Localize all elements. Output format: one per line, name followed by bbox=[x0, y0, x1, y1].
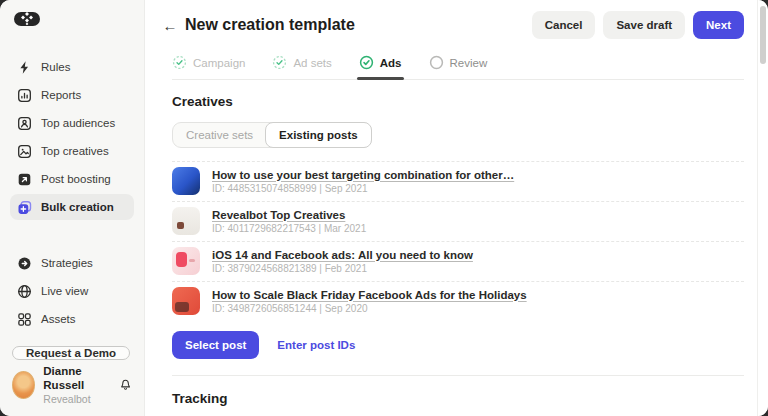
post-title-link[interactable]: How to use your best targeting combinati… bbox=[212, 169, 514, 181]
enter-post-ids-link[interactable]: Enter post IDs bbox=[277, 339, 355, 351]
step-active-check-icon bbox=[359, 55, 374, 70]
user-name: Dianne Russell bbox=[43, 364, 111, 393]
sidebar-item-bulk-creation[interactable]: Bulk creation bbox=[10, 194, 134, 220]
bulk-creation-icon bbox=[17, 200, 32, 215]
main-panel: ← New creation template Cancel Save draf… bbox=[145, 0, 768, 416]
post-thumbnail bbox=[172, 247, 200, 275]
sidebar-item-top-creatives[interactable]: Top creatives bbox=[10, 138, 134, 164]
sidebar-item-post-boosting[interactable]: Post boosting bbox=[10, 166, 134, 192]
image-icon bbox=[17, 144, 32, 159]
sidebar-item-label: Reports bbox=[41, 89, 81, 101]
content-area: Creatives Creative sets Existing posts H… bbox=[145, 80, 768, 416]
sidebar-item-assets[interactable]: Assets bbox=[10, 306, 134, 332]
header-actions: Cancel Save draft Next bbox=[532, 11, 744, 39]
post-row: How to Scale Black Friday Facebook Ads f… bbox=[172, 281, 744, 321]
sidebar-item-label: Top creatives bbox=[41, 145, 109, 157]
sidebar-item-label: Strategies bbox=[41, 257, 93, 269]
post-meta: ID: 3498726056851244 | Sep 2020 bbox=[212, 303, 527, 314]
avatar bbox=[12, 371, 35, 399]
sidebar-item-rules[interactable]: Rules bbox=[10, 54, 134, 80]
post-text: How to use your best targeting combinati… bbox=[212, 169, 514, 194]
report-icon bbox=[17, 88, 32, 103]
nav-spacer bbox=[10, 222, 134, 248]
sidebar: Rules Reports Top audiences Top creative… bbox=[0, 0, 145, 416]
post-meta: ID: 3879024568821389 | Feb 2021 bbox=[212, 263, 473, 274]
next-button[interactable]: Next bbox=[693, 11, 744, 39]
audience-icon bbox=[17, 116, 32, 131]
post-row: iOS 14 and Facebook ads: All you need to… bbox=[172, 241, 744, 281]
sidebar-item-label: Bulk creation bbox=[41, 201, 114, 213]
tab-ad-sets[interactable]: Ad sets bbox=[272, 55, 331, 79]
sidebar-item-reports[interactable]: Reports bbox=[10, 82, 134, 108]
notification-bell-icon[interactable] bbox=[119, 377, 132, 393]
user-profile[interactable]: Dianne Russell Revealbot bbox=[10, 360, 134, 410]
user-info: Dianne Russell Revealbot bbox=[43, 364, 111, 406]
post-title-link[interactable]: iOS 14 and Facebook ads: All you need to… bbox=[212, 249, 473, 261]
post-thumbnail bbox=[172, 167, 200, 195]
post-row: How to use your best targeting combinati… bbox=[172, 161, 744, 201]
app-window: Rules Reports Top audiences Top creative… bbox=[0, 0, 768, 416]
step-tabs: Campaign Ad sets Ads Review bbox=[172, 52, 744, 80]
tab-label: Ad sets bbox=[293, 57, 331, 69]
sidebar-item-label: Live view bbox=[41, 285, 88, 297]
section-divider bbox=[172, 375, 744, 376]
user-org: Revealbot bbox=[43, 393, 111, 406]
creatives-segmented-control: Creative sets Existing posts bbox=[172, 122, 372, 148]
page-header: ← New creation template Cancel Save draf… bbox=[145, 0, 768, 50]
tab-label: Campaign bbox=[193, 57, 245, 69]
post-title-link[interactable]: Revealbot Top Creatives bbox=[212, 209, 366, 221]
post-meta: ID: 4485315074858999 | Sep 2021 bbox=[212, 183, 514, 194]
post-thumbnail bbox=[172, 287, 200, 315]
boost-arrow-icon bbox=[17, 172, 32, 187]
scrollbar-thumb[interactable] bbox=[760, 6, 766, 64]
strategies-icon bbox=[17, 256, 32, 271]
tab-label: Ads bbox=[380, 57, 402, 69]
sidebar-item-label: Post boosting bbox=[41, 173, 111, 185]
sidebar-item-label: Assets bbox=[41, 313, 76, 325]
post-thumbnail bbox=[172, 207, 200, 235]
sidebar-item-live-view[interactable]: Live view bbox=[10, 278, 134, 304]
revealbot-logo-icon[interactable] bbox=[14, 12, 40, 26]
cancel-button[interactable]: Cancel bbox=[532, 11, 596, 39]
sidebar-item-label: Rules bbox=[41, 61, 70, 73]
post-row: Revealbot Top Creatives ID: 401172968221… bbox=[172, 201, 744, 241]
sidebar-item-strategies[interactable]: Strategies bbox=[10, 250, 134, 276]
segment-creative-sets[interactable]: Creative sets bbox=[173, 123, 266, 147]
tab-label: Review bbox=[450, 57, 488, 69]
creatives-heading: Creatives bbox=[172, 94, 744, 109]
save-draft-button[interactable]: Save draft bbox=[603, 11, 685, 39]
page-title: New creation template bbox=[185, 16, 355, 34]
sidebar-item-top-audiences[interactable]: Top audiences bbox=[10, 110, 134, 136]
tracking-section: Tracking Facebook Pixel bbox=[172, 391, 744, 416]
post-meta: ID: 4011729682217543 | Mar 2021 bbox=[212, 223, 366, 234]
request-demo-button[interactable]: Request a Demo bbox=[12, 346, 130, 360]
posts-list: How to use your best targeting combinati… bbox=[172, 161, 744, 321]
grid-icon bbox=[17, 312, 32, 327]
tracking-heading: Tracking bbox=[172, 391, 744, 406]
post-text: How to Scale Black Friday Facebook Ads f… bbox=[212, 289, 527, 314]
tab-campaign[interactable]: Campaign bbox=[172, 55, 245, 79]
step-done-check-icon bbox=[172, 55, 187, 70]
post-text: Revealbot Top Creatives ID: 401172968221… bbox=[212, 209, 366, 234]
post-text: iOS 14 and Facebook ads: All you need to… bbox=[212, 249, 473, 274]
sidebar-item-label: Top audiences bbox=[41, 117, 115, 129]
segment-existing-posts[interactable]: Existing posts bbox=[265, 122, 372, 148]
step-done-check-icon bbox=[272, 55, 287, 70]
lightning-icon bbox=[17, 60, 32, 75]
back-arrow-icon[interactable]: ← bbox=[157, 17, 183, 34]
post-actions: Select post Enter post IDs bbox=[172, 331, 744, 359]
step-empty-circle-icon bbox=[429, 55, 444, 70]
tab-ads[interactable]: Ads bbox=[359, 55, 402, 79]
scrollbar-gutter bbox=[757, 0, 758, 416]
select-post-button[interactable]: Select post bbox=[172, 331, 259, 359]
sidebar-nav: Rules Reports Top audiences Top creative… bbox=[10, 54, 134, 332]
post-title-link[interactable]: How to Scale Black Friday Facebook Ads f… bbox=[212, 289, 527, 301]
tab-review[interactable]: Review bbox=[429, 55, 488, 79]
globe-icon bbox=[17, 284, 32, 299]
